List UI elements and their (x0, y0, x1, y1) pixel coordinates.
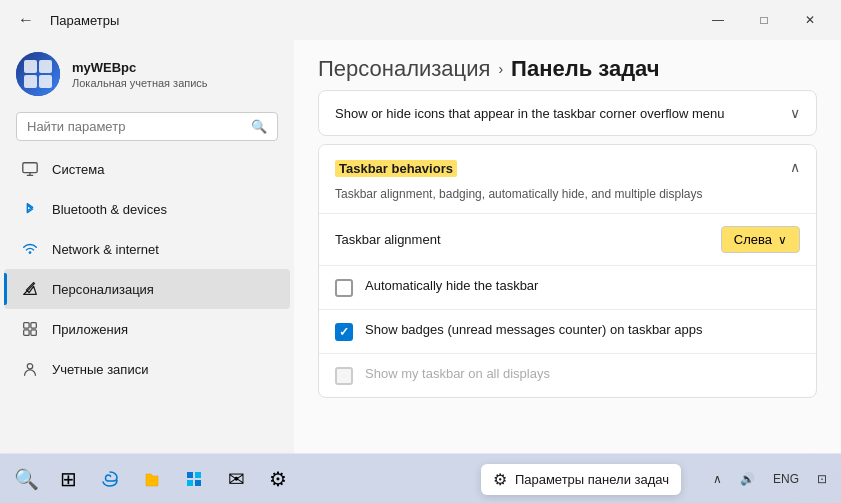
taskbar: 🔍 ⊞ ✉ ⚙ ⚙ Параметры панели з (0, 453, 841, 503)
user-subtitle: Локальная учетная запись (72, 77, 208, 89)
back-button[interactable]: ← (12, 7, 40, 33)
show-all-displays-row: Show my taskbar on all displays (319, 353, 816, 397)
close-button[interactable]: ✕ (787, 4, 833, 36)
dropdown-value: Слева (734, 232, 772, 247)
sidebar: myWEBpc Локальная учетная запись 🔍 Систе… (0, 40, 294, 453)
taskbar-alignment-row: Taskbar alignment Слева ∨ (319, 213, 816, 265)
avatar[interactable] (16, 52, 60, 96)
taskbar-alignment-label: Taskbar alignment (335, 232, 441, 247)
search-icon: 🔍 (251, 119, 267, 134)
svg-rect-12 (195, 480, 201, 486)
svg-rect-4 (24, 323, 29, 328)
sidebar-item-label-personalization: Персонализация (52, 282, 154, 297)
accounts-icon (20, 359, 40, 379)
svg-rect-10 (195, 472, 201, 478)
section-expanded-header[interactable]: Taskbar behaviors ∧ (319, 145, 816, 183)
network-icon (20, 239, 40, 259)
taskbar-overflow-icon[interactable]: ∧ (707, 468, 728, 490)
section-subtitle: Taskbar alignment, badging, automaticall… (319, 187, 816, 213)
title-bar-left: ← Параметры (12, 7, 119, 33)
taskbar-notification-container: ⚙ Параметры панели задач (481, 464, 681, 495)
auto-hide-checkbox[interactable] (335, 279, 353, 297)
content-scroll[interactable]: Show or hide icons that appear in the ta… (294, 90, 841, 453)
bluetooth-icon (20, 199, 40, 219)
taskbar-alignment-control: Слева ∨ (721, 226, 800, 253)
taskbar-behaviors-section: Taskbar behaviors ∧ Taskbar alignment, b… (318, 144, 817, 398)
personalization-icon (20, 279, 40, 299)
collapsed-section: Show or hide icons that appear in the ta… (318, 90, 817, 136)
notification-gear-icon: ⚙ (493, 470, 507, 489)
system-icon (20, 159, 40, 179)
svg-rect-5 (31, 323, 36, 328)
sidebar-item-label-system: Система (52, 162, 104, 177)
svg-rect-6 (24, 330, 29, 335)
mail-taskbar-icon[interactable]: ✉ (218, 461, 254, 497)
start-taskbar-icon[interactable]: ⊞ (50, 461, 86, 497)
taskbar-show-desktop[interactable]: ⊡ (811, 468, 833, 490)
sidebar-item-network[interactable]: Network & internet (4, 229, 290, 269)
svg-point-3 (29, 251, 32, 254)
collapsed-section-header[interactable]: Show or hide icons that appear in the ta… (319, 91, 816, 135)
svg-rect-9 (187, 472, 193, 478)
show-badges-row: Show badges (unread messages counter) on… (319, 309, 816, 353)
breadcrumb-parent: Персонализация (318, 56, 490, 82)
taskbar-alignment-dropdown[interactable]: Слева ∨ (721, 226, 800, 253)
content-area: Персонализация › Панель задач Show or hi… (294, 40, 841, 453)
show-all-displays-checkbox (335, 367, 353, 385)
svg-rect-7 (31, 330, 36, 335)
store-taskbar-icon[interactable] (176, 461, 212, 497)
chevron-up-icon: ∧ (790, 159, 800, 175)
sidebar-item-accounts[interactable]: Учетные записи (4, 349, 290, 389)
sidebar-item-label-network: Network & internet (52, 242, 159, 257)
show-badges-checkbox[interactable] (335, 323, 353, 341)
breadcrumb: Персонализация › Панель задач (294, 40, 841, 90)
search-taskbar-icon[interactable]: 🔍 (8, 461, 44, 497)
sidebar-item-label-apps: Приложения (52, 322, 128, 337)
sidebar-item-system[interactable]: Система (4, 149, 290, 189)
sidebar-item-label-accounts: Учетные записи (52, 362, 148, 377)
search-input[interactable] (27, 119, 243, 134)
apps-icon (20, 319, 40, 339)
breadcrumb-separator: › (498, 61, 503, 77)
title-bar-controls: — □ ✕ (695, 4, 833, 36)
chevron-down-icon: ∨ (790, 105, 800, 121)
taskbar-notification[interactable]: ⚙ Параметры панели задач (481, 464, 681, 495)
window-title: Параметры (50, 13, 119, 28)
breadcrumb-current: Панель задач (511, 56, 660, 82)
dropdown-chevron-icon: ∨ (778, 233, 787, 247)
svg-point-8 (27, 364, 32, 369)
show-all-displays-label: Show my taskbar on all displays (365, 366, 800, 381)
svg-rect-0 (23, 163, 37, 173)
show-badges-label: Show badges (unread messages counter) on… (365, 322, 800, 337)
svg-rect-11 (187, 480, 193, 486)
minimize-button[interactable]: — (695, 4, 741, 36)
sidebar-item-personalization[interactable]: Персонализация (4, 269, 290, 309)
sidebar-item-label-bluetooth: Bluetooth & devices (52, 202, 167, 217)
app-body: myWEBpc Локальная учетная запись 🔍 Систе… (0, 40, 841, 453)
taskbar-left: 🔍 ⊞ ✉ ⚙ (8, 461, 296, 497)
title-bar: ← Параметры — □ ✕ (0, 0, 841, 40)
user-info: myWEBpc Локальная учетная запись (72, 60, 208, 89)
taskbar-volume-icon[interactable]: 🔊 (734, 468, 761, 490)
sidebar-item-bluetooth[interactable]: Bluetooth & devices (4, 189, 290, 229)
taskbar-lang-indicator[interactable]: ENG (767, 468, 805, 490)
search-box[interactable]: 🔍 (16, 112, 278, 141)
auto-hide-label: Automatically hide the taskbar (365, 278, 800, 293)
user-section: myWEBpc Локальная учетная запись (0, 40, 294, 108)
files-taskbar-icon[interactable] (134, 461, 170, 497)
settings-taskbar-icon[interactable]: ⚙ (260, 461, 296, 497)
taskbar-right: ∧ 🔊 ENG ⊡ (707, 468, 833, 490)
auto-hide-row: Automatically hide the taskbar (319, 265, 816, 309)
notification-text: Параметры панели задач (515, 472, 669, 487)
section-title: Taskbar behaviors (335, 160, 457, 177)
collapsed-section-label: Show or hide icons that appear in the ta… (335, 106, 725, 121)
section-title-area: Taskbar behaviors (335, 159, 457, 177)
user-name: myWEBpc (72, 60, 208, 75)
edge-taskbar-icon[interactable] (92, 461, 128, 497)
maximize-button[interactable]: □ (741, 4, 787, 36)
sidebar-item-apps[interactable]: Приложения (4, 309, 290, 349)
